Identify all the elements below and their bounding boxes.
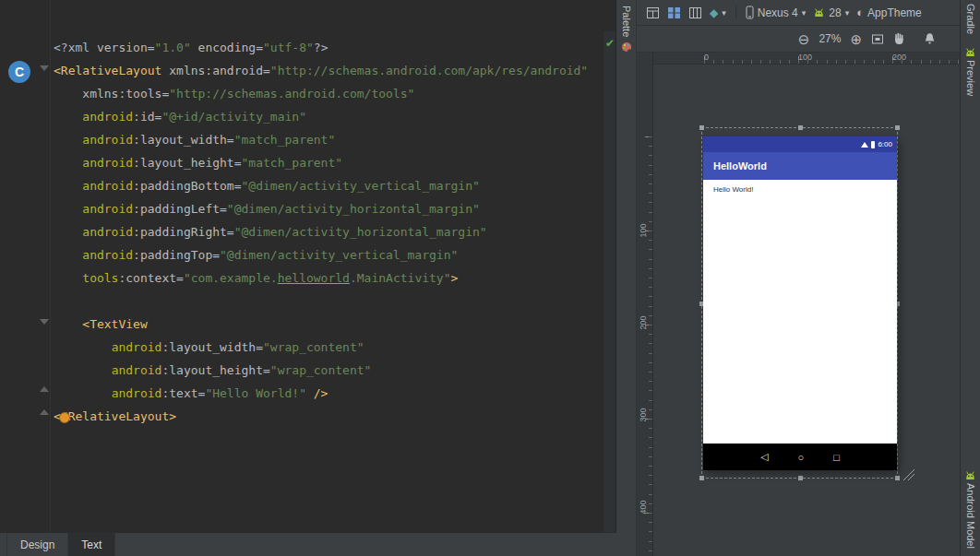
- fold-collapse-icon[interactable]: [40, 65, 49, 71]
- code-line[interactable]: </RelativeLayout>: [54, 405, 588, 428]
- preview-config-toolbar: ◆ ▾ Nexus 4 ▾ 28 ▾ ◐ AppTheme: [637, 0, 960, 26]
- nav-recents-icon: □: [833, 452, 840, 463]
- gradle-tab[interactable]: Gradle: [965, 4, 976, 34]
- zoom-in-button[interactable]: ⊕: [850, 32, 862, 46]
- resize-handle[interactable]: [798, 476, 803, 480]
- code-line[interactable]: [54, 290, 588, 313]
- toolbar-separator: [735, 6, 736, 20]
- tool-window-stripe-left: Palette: [616, 0, 637, 556]
- preview-pane: Palette ◆ ▾: [616, 0, 960, 556]
- device-selector-label: Nexus 4: [758, 6, 798, 19]
- palette-tab[interactable]: Palette: [621, 6, 632, 37]
- design-canvas[interactable]: 0100200 100200300400 6:00: [637, 53, 960, 556]
- chevron-down-icon: ▾: [845, 8, 850, 18]
- zoom-fit-button[interactable]: [871, 33, 884, 45]
- api-level-label: 28: [829, 6, 841, 19]
- code-line[interactable]: <?xml version="1.0" encoding="utf-8"?>: [54, 36, 588, 59]
- code-line[interactable]: android:layout_width="match_parent": [54, 128, 588, 151]
- theme-selector[interactable]: ◐ AppTheme: [856, 6, 922, 19]
- battery-icon: [871, 141, 875, 148]
- device-status-bar: 6:00: [703, 136, 897, 152]
- code-line[interactable]: android:text="Hello World!" />: [54, 382, 588, 405]
- device-preview[interactable]: 6:00 HelloWorld Hello World! ◁ ○ □: [703, 136, 897, 470]
- code-line[interactable]: tools:context="com.example.helloworld.Ma…: [54, 266, 588, 290]
- palette-icon: [621, 41, 632, 53]
- class-gutter-icon[interactable]: C: [8, 61, 30, 83]
- code-line[interactable]: android:layout_width="wrap_content": [54, 336, 588, 359]
- xml-editor-pane: C <?xml version="1.0" encoding="utf-8"?>…: [0, 0, 616, 556]
- ruler-label: 300: [639, 407, 648, 423]
- zoom-level-label: 27%: [819, 32, 841, 45]
- preview-content: ◆ ▾ Nexus 4 ▾ 28 ▾ ◐ AppTheme: [637, 0, 960, 556]
- pan-hand-button[interactable]: [893, 32, 905, 45]
- tool-window-stripe-right: Gradle Preview Android Model: [960, 0, 980, 556]
- code-line[interactable]: android:paddingTop="@dimen/activity_vert…: [54, 243, 588, 266]
- zoom-out-button[interactable]: ⊖: [798, 32, 810, 46]
- api-level-selector[interactable]: 28 ▾: [813, 6, 849, 19]
- android-icon: [813, 7, 825, 18]
- v-ruler: 100200300400: [637, 53, 653, 556]
- ruler-label: 400: [639, 499, 648, 515]
- phone-icon: [746, 6, 754, 19]
- nav-home-icon: ○: [798, 452, 805, 463]
- code-line[interactable]: android:paddingRight="@dimen/activity_ho…: [54, 220, 588, 243]
- ruler-label: 200: [892, 53, 906, 62]
- columns-mode-icon[interactable]: [688, 6, 702, 19]
- theme-icon: ◐: [856, 6, 864, 18]
- code-line[interactable]: xmlns:tools="http://schemas.android.com/…: [54, 82, 588, 105]
- grid-mode-icon[interactable]: [667, 6, 681, 19]
- resize-handle[interactable]: [895, 125, 900, 130]
- nav-back-icon: ◁: [760, 451, 768, 463]
- ruler-label: 100: [639, 222, 648, 239]
- editor-view-tabs: Design Text: [0, 532, 616, 556]
- resize-handle[interactable]: [699, 125, 704, 130]
- resize-handle[interactable]: [895, 476, 900, 480]
- device-app-bar: HelloWorld: [703, 152, 897, 180]
- code-line[interactable]: <RelativeLayout xmlns:android="http://sc…: [54, 59, 588, 82]
- tab-text[interactable]: Text: [67, 533, 115, 556]
- ruler-label: 100: [798, 53, 812, 62]
- preview-zoom-toolbar: ⊖ 27% ⊕: [637, 26, 960, 53]
- code-line[interactable]: android:layout_height="match_parent": [54, 151, 588, 174]
- android-icon: [964, 47, 976, 57]
- h-ruler: 0100200: [653, 53, 960, 65]
- code-area[interactable]: <?xml version="1.0" encoding="utf-8"?><R…: [54, 36, 588, 428]
- preview-tab[interactable]: Preview: [964, 47, 976, 96]
- ruler-label: 200: [639, 314, 648, 331]
- android-studio-window: C <?xml version="1.0" encoding="utf-8"?>…: [0, 0, 980, 556]
- chevron-down-icon: ▾: [722, 8, 726, 18]
- code-line[interactable]: <TextView: [54, 313, 588, 336]
- device-nav-bar: ◁ ○ □: [703, 444, 897, 470]
- variant-selector[interactable]: ◆ ▾: [710, 6, 726, 19]
- gutter-separator: [50, 0, 51, 532]
- resize-handle[interactable]: [699, 476, 704, 480]
- code-line[interactable]: android:paddingLeft="@dimen/activity_hor…: [54, 197, 588, 220]
- hello-world-text: Hello World!: [713, 185, 753, 194]
- resize-handle[interactable]: [798, 125, 803, 130]
- fold-end-icon[interactable]: [40, 386, 49, 392]
- device-selector[interactable]: Nexus 4 ▾: [746, 6, 807, 19]
- status-time: 6:00: [878, 140, 892, 148]
- tab-design[interactable]: Design: [6, 533, 68, 556]
- ruler-label: 0: [704, 53, 709, 62]
- code-line[interactable]: android:layout_height="wrap_content": [54, 359, 588, 382]
- configuration-icon[interactable]: [646, 6, 660, 19]
- chevron-down-icon: ▾: [802, 8, 807, 18]
- fold-collapse-icon[interactable]: [40, 319, 49, 325]
- theme-selector-label: AppTheme: [867, 6, 922, 19]
- android-icon: [964, 470, 976, 480]
- editor-scrollbar[interactable]: ✔: [603, 31, 615, 532]
- fold-end-icon[interactable]: [40, 409, 49, 415]
- resize-grip-icon[interactable]: [902, 467, 916, 482]
- variant-icon: ◆: [710, 6, 718, 19]
- notifications-bell-icon[interactable]: [924, 32, 936, 45]
- code-line[interactable]: android:id="@+id/activity_main": [54, 105, 588, 128]
- device-content[interactable]: Hello World!: [703, 180, 897, 444]
- android-model-tab[interactable]: Android Model: [964, 470, 976, 549]
- wifi-icon: [861, 142, 868, 148]
- intention-bulb-icon[interactable]: [59, 412, 70, 423]
- app-title: HelloWorld: [713, 160, 767, 172]
- code-line[interactable]: android:paddingBottom="@dimen/activity_v…: [54, 174, 588, 197]
- inspections-ok-icon: ✔: [605, 37, 615, 50]
